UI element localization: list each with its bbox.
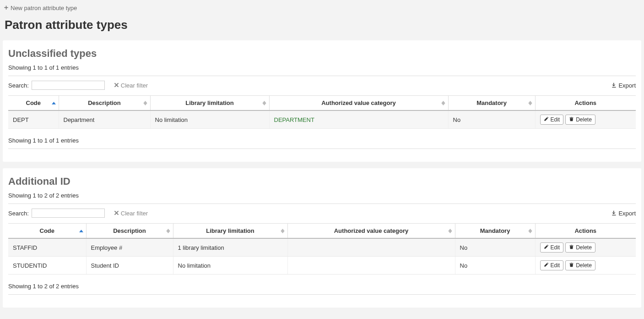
cell-description: Department bbox=[59, 110, 150, 129]
download-icon bbox=[612, 82, 617, 89]
trash-icon bbox=[569, 244, 574, 251]
col-header-actions: Actions bbox=[535, 96, 636, 111]
sort-icon bbox=[448, 229, 452, 233]
pencil-icon bbox=[544, 262, 549, 269]
delete-button[interactable]: Delete bbox=[565, 115, 595, 125]
clear-filter-link[interactable]: Clear filter bbox=[114, 210, 148, 217]
panel-title: Unclassified types bbox=[8, 48, 636, 60]
col-header-avc[interactable]: Authorized value category bbox=[287, 224, 455, 239]
new-patron-attr-type-link[interactable]: New patron attribute type bbox=[4, 5, 77, 11]
table-row: STAFFID Employee # 1 library limitation … bbox=[8, 238, 636, 257]
panel-title: Additional ID bbox=[8, 176, 636, 187]
cell-actions: Edit Delete bbox=[535, 257, 636, 275]
cell-mandatory: No bbox=[448, 110, 535, 129]
panel-additional-id: Additional ID Showing 1 to 2 of 2 entrie… bbox=[3, 168, 641, 308]
sort-asc-icon bbox=[52, 102, 56, 104]
export-label: Export bbox=[618, 82, 636, 89]
sort-icon bbox=[166, 229, 170, 233]
delete-button[interactable]: Delete bbox=[565, 260, 595, 270]
panel-unclassified: Unclassified types Showing 1 to 1 of 1 e… bbox=[3, 40, 641, 162]
cell-actions: Edit Delete bbox=[535, 238, 636, 257]
cell-mandatory: No bbox=[455, 238, 535, 257]
entries-info-bottom: Showing 1 to 2 of 2 entries bbox=[8, 283, 636, 290]
col-header-library-limitation[interactable]: Library limitation bbox=[150, 96, 269, 111]
export-link[interactable]: Export bbox=[612, 82, 636, 89]
table-row: STUDENTID Student ID No limitation No Ed… bbox=[8, 257, 636, 275]
col-header-mandatory[interactable]: Mandatory bbox=[455, 224, 535, 239]
sort-asc-icon bbox=[79, 230, 83, 232]
cell-code: STAFFID bbox=[8, 238, 86, 257]
sort-icon bbox=[281, 229, 285, 233]
avc-link[interactable]: DEPARTMENT bbox=[274, 116, 314, 123]
cell-actions: Edit Delete bbox=[535, 110, 636, 129]
sort-icon bbox=[441, 101, 445, 105]
trash-icon bbox=[569, 116, 574, 123]
col-header-library-limitation[interactable]: Library limitation bbox=[173, 224, 287, 239]
col-header-description[interactable]: Description bbox=[59, 96, 150, 111]
entries-info-top: Showing 1 to 2 of 2 entries bbox=[8, 192, 636, 199]
col-header-code[interactable]: Code bbox=[8, 224, 86, 239]
col-header-code[interactable]: Code bbox=[8, 96, 59, 111]
divider bbox=[8, 204, 636, 204]
export-label: Export bbox=[618, 210, 636, 217]
divider bbox=[8, 148, 636, 149]
clear-filter-label: Clear filter bbox=[121, 82, 148, 89]
sort-icon bbox=[143, 101, 147, 105]
col-header-actions: Actions bbox=[535, 224, 636, 239]
x-icon bbox=[114, 210, 119, 217]
divider bbox=[8, 294, 636, 295]
cell-lib: 1 library limitation bbox=[173, 238, 287, 257]
new-patron-attr-label: New patron attribute type bbox=[11, 5, 77, 11]
cell-lib: No limitation bbox=[150, 110, 269, 129]
search-label: Search: bbox=[8, 82, 29, 89]
edit-button[interactable]: Edit bbox=[540, 260, 564, 270]
sort-icon bbox=[528, 101, 532, 105]
table-additional-id: Code Description Library limitation bbox=[8, 223, 636, 275]
sort-icon bbox=[528, 229, 532, 233]
pencil-icon bbox=[544, 116, 549, 123]
cell-lib: No limitation bbox=[173, 257, 287, 275]
cell-description: Employee # bbox=[86, 238, 173, 257]
clear-filter-label: Clear filter bbox=[121, 210, 148, 217]
search-label: Search: bbox=[8, 210, 29, 217]
x-icon bbox=[114, 82, 119, 89]
col-header-description[interactable]: Description bbox=[86, 224, 173, 239]
entries-info-bottom: Showing 1 to 1 of 1 entries bbox=[8, 137, 636, 144]
cell-code: DEPT bbox=[8, 110, 59, 129]
plus-icon bbox=[4, 5, 9, 11]
table-unclassified: Code Description Library limitation bbox=[8, 95, 636, 129]
delete-button[interactable]: Delete bbox=[565, 242, 595, 253]
download-icon bbox=[612, 210, 617, 217]
edit-button[interactable]: Edit bbox=[540, 242, 564, 253]
col-header-mandatory[interactable]: Mandatory bbox=[448, 96, 535, 111]
col-header-avc[interactable]: Authorized value category bbox=[269, 96, 448, 111]
entries-info-top: Showing 1 to 1 of 1 entries bbox=[8, 64, 636, 71]
search-input[interactable] bbox=[32, 81, 105, 90]
edit-button[interactable]: Edit bbox=[540, 115, 564, 125]
divider bbox=[8, 76, 636, 76]
pencil-icon bbox=[544, 244, 549, 251]
cell-mandatory: No bbox=[455, 257, 535, 275]
clear-filter-link[interactable]: Clear filter bbox=[114, 82, 148, 89]
cell-description: Student ID bbox=[86, 257, 173, 275]
cell-avc bbox=[287, 238, 455, 257]
cell-avc: DEPARTMENT bbox=[269, 110, 448, 129]
cell-avc bbox=[287, 257, 455, 275]
table-row: DEPT Department No limitation DEPARTMENT… bbox=[8, 110, 636, 129]
sort-icon bbox=[262, 101, 266, 105]
search-input[interactable] bbox=[32, 209, 105, 218]
export-link[interactable]: Export bbox=[612, 210, 636, 217]
cell-code: STUDENTID bbox=[8, 257, 86, 275]
page-title: Patron attribute types bbox=[5, 18, 641, 32]
trash-icon bbox=[569, 262, 574, 269]
